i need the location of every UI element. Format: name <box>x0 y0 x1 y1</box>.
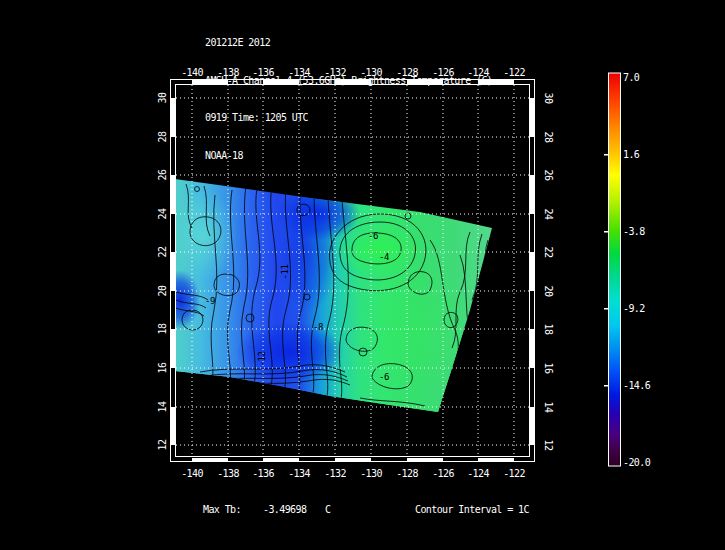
y-axis-right-labels: 30 28 26 24 22 20 18 16 14 12 <box>543 93 554 451</box>
colorbar-tick-label: 1.6 <box>623 149 640 160</box>
y-axis-tick-label: 16 <box>157 362 168 373</box>
contour-value-label: -12 <box>257 352 267 367</box>
cold-patch-west <box>160 270 200 330</box>
y-axis-tick-label: 28 <box>543 132 554 143</box>
y-axis-tick-label: 12 <box>157 439 168 450</box>
x-axis-tick-label: -124 <box>467 468 489 479</box>
x-axis-tick-label: -122 <box>503 468 525 479</box>
x-axis-tick-label: -140 <box>181 67 203 78</box>
y-axis-tick-label: 16 <box>543 363 554 374</box>
x-axis-top-labels: -140 -138 -136 -134 -132 -130 -128 -126 … <box>181 67 525 78</box>
contour-value-label: -4 <box>379 252 389 262</box>
y-axis-tick-label: 20 <box>157 285 168 296</box>
y-axis-tick-label: 26 <box>543 170 554 181</box>
x-axis-tick-label: -128 <box>396 67 418 78</box>
y-axis-tick-label: 24 <box>543 209 554 220</box>
x-axis-tick-label: -134 <box>288 67 310 78</box>
colorbar-tick-label: -3.8 <box>623 226 645 237</box>
x-axis-tick-label: -132 <box>324 67 346 78</box>
y-axis-tick-label: 22 <box>157 246 168 257</box>
x-axis-tick-label: -130 <box>360 67 382 78</box>
colorbar: 7.0 1.6 -3.8 -9.2 -14.6 -20.0 <box>604 72 651 468</box>
x-axis-bottom-labels: -140 -138 -136 -134 -132 -130 -128 -126 … <box>181 468 525 479</box>
y-axis-tick-label: 30 <box>157 92 168 103</box>
y-axis-tick-label: 26 <box>157 169 168 180</box>
y-axis-left-labels: 30 28 26 24 22 20 18 16 14 12 <box>157 92 168 450</box>
y-axis-tick-label: 28 <box>157 131 168 142</box>
y-axis-tick-label: 22 <box>543 247 554 258</box>
y-axis-tick-label: 14 <box>157 401 168 412</box>
contour-value-label: -9 <box>205 296 215 306</box>
contour-value-label: -11 <box>280 265 290 280</box>
plot-canvas: 201212E 2012 AMSU-A Channel 4 (53.6GHz) … <box>0 0 725 550</box>
x-axis-tick-label: -134 <box>288 468 310 479</box>
y-axis-tick-label: 18 <box>157 323 168 334</box>
y-axis-tick-label: 20 <box>543 286 554 297</box>
contour-value-label: -6 <box>379 372 389 382</box>
x-axis-tick-label: -138 <box>217 67 239 78</box>
colorbar-gradient-bar <box>609 73 621 466</box>
colorbar-tick-label: -20.0 <box>623 457 651 468</box>
x-axis-tick-label: -122 <box>503 67 525 78</box>
x-axis-tick-label: -128 <box>396 468 418 479</box>
data-swath <box>160 170 500 420</box>
colorbar-tick-label: -14.6 <box>623 380 651 391</box>
y-axis-tick-label: 18 <box>543 324 554 335</box>
colorbar-tick-label: -9.2 <box>623 303 645 314</box>
colorbar-tick-label: 7.0 <box>623 72 640 83</box>
x-axis-tick-label: -130 <box>360 468 382 479</box>
x-axis-tick-label: -140 <box>181 468 203 479</box>
x-axis-tick-label: -126 <box>432 67 454 78</box>
y-axis-tick-label: 12 <box>543 440 554 451</box>
contour-interval-label: Contour Interval = 1C <box>415 504 529 515</box>
x-axis-tick-label: -132 <box>324 468 346 479</box>
map-plot: -11 -12 -9 -6 -4 -8 -6 -140 <box>0 0 725 550</box>
max-tb-unit: C <box>325 504 330 515</box>
max-tb-value: -3.49698 <box>263 504 306 515</box>
colorbar-ticks <box>604 154 608 387</box>
y-axis-tick-label: 30 <box>543 93 554 104</box>
x-axis-tick-label: -136 <box>252 468 274 479</box>
contour-value-label: -8 <box>313 322 323 332</box>
max-tb-label: Max Tb: <box>203 504 241 515</box>
y-axis-tick-label: 14 <box>543 402 554 413</box>
x-axis-tick-label: -136 <box>252 67 274 78</box>
contour-value-label: -6 <box>368 231 378 241</box>
x-axis-tick-label: -126 <box>432 468 454 479</box>
x-axis-tick-label: -138 <box>217 468 239 479</box>
teal-patch <box>173 190 237 280</box>
x-axis-tick-label: -124 <box>467 67 489 78</box>
y-axis-tick-label: 24 <box>157 208 168 219</box>
